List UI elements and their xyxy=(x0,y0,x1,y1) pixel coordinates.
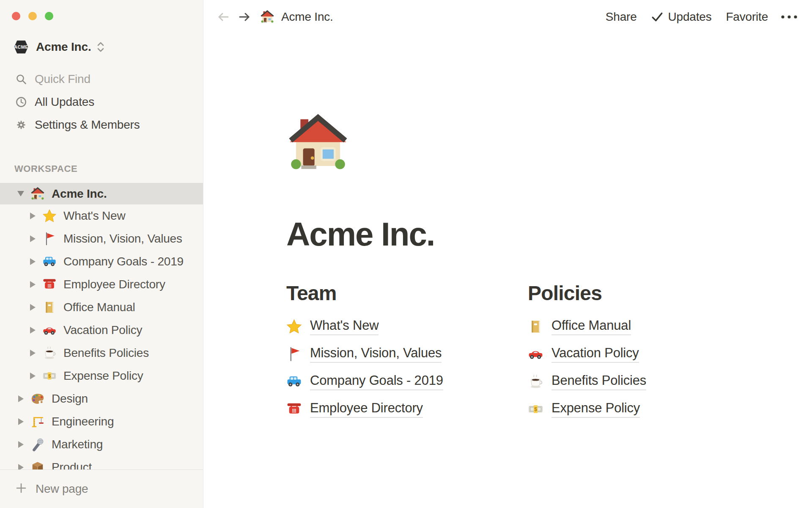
expand-toggle-icon[interactable] xyxy=(16,395,25,402)
page-label: Acme Inc. xyxy=(52,187,107,201)
favorite-button[interactable]: Favorite xyxy=(726,10,768,24)
sidebar-page-whats-new[interactable]: What's New xyxy=(0,204,203,227)
sidebar-item-label: All Updates xyxy=(35,95,94,109)
expand-toggle-icon[interactable] xyxy=(28,373,37,379)
breadcrumb[interactable]: Acme Inc. xyxy=(281,10,333,24)
expand-toggle-icon[interactable] xyxy=(28,235,37,242)
expand-toggle-icon[interactable] xyxy=(28,281,37,288)
sidebar-page-office-manual[interactable]: Office Manual xyxy=(0,296,203,319)
page-label: Employee Directory xyxy=(63,278,165,291)
sidebar-page-mission-vision-values[interactable]: Mission, Vision, Values xyxy=(0,227,203,250)
house-icon xyxy=(30,187,45,201)
coffee-icon xyxy=(528,374,543,389)
column-policies: Policies Office Manual Vacation Policy B… xyxy=(528,283,729,423)
forward-arrow-icon[interactable] xyxy=(238,11,251,23)
page-link-vacation-policy[interactable]: Vacation Policy xyxy=(528,340,729,368)
minimize-window-button[interactable] xyxy=(28,12,37,20)
page-label: What's New xyxy=(63,209,126,223)
column-heading: Policies xyxy=(528,283,729,304)
new-page-label: New page xyxy=(36,482,88,496)
more-options-button[interactable] xyxy=(781,15,798,19)
sidebar-page-marketing[interactable]: Marketing xyxy=(0,433,203,456)
collapse-toggle-icon[interactable] xyxy=(16,191,25,196)
page-link-whats-new[interactable]: What's New xyxy=(286,313,488,340)
expand-toggle-icon[interactable] xyxy=(28,304,37,311)
sidebar-page-acme-inc[interactable]: Acme Inc. xyxy=(0,183,203,204)
expand-toggle-icon[interactable] xyxy=(28,258,37,265)
close-window-button[interactable] xyxy=(12,12,20,20)
expand-toggle-icon[interactable] xyxy=(28,350,37,356)
ellipsis-icon xyxy=(781,15,798,19)
star-icon xyxy=(286,319,302,334)
sidebar-page-benefits-policies[interactable]: Benefits Policies xyxy=(0,342,203,364)
blue-car-icon xyxy=(42,254,57,269)
back-arrow-icon[interactable] xyxy=(217,11,230,23)
page-label: Marketing xyxy=(52,438,103,451)
blue-car-icon xyxy=(286,374,302,389)
page-icon[interactable] xyxy=(286,112,350,176)
workspace-switcher[interactable]: ACME Acme Inc. xyxy=(0,37,203,57)
sidebar-item-label: Quick Find xyxy=(35,72,91,86)
workspace-name: Acme Inc. xyxy=(36,40,91,54)
column-heading: Team xyxy=(286,283,488,304)
sidebar-item-quick-find[interactable]: Quick Find xyxy=(0,68,203,91)
breadcrumb-house-icon xyxy=(260,10,274,24)
ledger-icon xyxy=(528,319,543,334)
page-link-expense-policy[interactable]: Expense Policy xyxy=(528,395,729,423)
page-content: Acme Inc. Team What's New Mission, Visio… xyxy=(203,34,729,423)
zoom-window-button[interactable] xyxy=(45,12,53,20)
sidebar-footer: New page xyxy=(0,469,203,508)
money-icon xyxy=(528,401,543,417)
sidebar-item-all-updates[interactable]: All Updates xyxy=(0,91,203,113)
workspace-section-label: WORKSPACE xyxy=(0,163,203,176)
sidebar-page-engineering[interactable]: Engineering xyxy=(0,410,203,433)
sidebar-menu: Quick Find All Updates Settings & Member… xyxy=(0,68,203,136)
page-link-office-manual[interactable]: Office Manual xyxy=(528,313,729,340)
page-label: Company Goals - 2019 xyxy=(63,255,184,268)
page-link-label: Office Manual xyxy=(551,318,631,335)
expand-toggle-icon[interactable] xyxy=(28,213,37,219)
topbar: Acme Inc. Share Updates Favorite xyxy=(203,0,812,34)
page-link-company-goals[interactable]: Company Goals - 2019 xyxy=(286,368,488,395)
page-label: Engineering xyxy=(52,415,114,428)
updates-button[interactable]: Updates xyxy=(651,10,712,24)
telephone-icon xyxy=(42,277,57,292)
sidebar-page-design[interactable]: Design xyxy=(0,387,203,410)
chevron-updown-icon xyxy=(97,41,104,53)
crane-icon xyxy=(30,414,45,429)
sidebar-page-expense-policy[interactable]: Expense Policy xyxy=(0,364,203,387)
page-title[interactable]: Acme Inc. xyxy=(286,216,729,253)
columns: Team What's New Mission, Vision, Values … xyxy=(286,283,729,423)
page-label: Mission, Vision, Values xyxy=(63,232,182,246)
share-button[interactable]: Share xyxy=(606,10,637,24)
sidebar: ACME Acme Inc. Quick Find All Updates Se… xyxy=(0,0,203,508)
sidebar-page-company-goals[interactable]: Company Goals - 2019 xyxy=(0,250,203,273)
sidebar-page-vacation-policy[interactable]: Vacation Policy xyxy=(0,319,203,342)
red-car-icon xyxy=(528,346,543,362)
red-car-icon xyxy=(42,323,57,337)
page-label: Vacation Policy xyxy=(63,323,142,337)
workspace-page-tree: Acme Inc. What's New Mission, Vision, Va… xyxy=(0,183,203,479)
plus-icon xyxy=(15,482,27,496)
page-link-employee-directory[interactable]: Employee Directory xyxy=(286,395,488,423)
page-label: Design xyxy=(52,392,88,406)
expand-toggle-icon[interactable] xyxy=(16,441,25,448)
page-link-benefits-policies[interactable]: Benefits Policies xyxy=(528,368,729,395)
expand-toggle-icon[interactable] xyxy=(28,327,37,334)
page-link-label: Expense Policy xyxy=(551,400,640,418)
sidebar-item-settings-members[interactable]: Settings & Members xyxy=(0,113,203,136)
updates-button-label: Updates xyxy=(668,10,712,24)
page-label: Office Manual xyxy=(63,301,135,314)
expand-toggle-icon[interactable] xyxy=(16,418,25,425)
ledger-icon xyxy=(42,300,57,315)
palette-icon xyxy=(30,392,45,406)
sidebar-page-employee-directory[interactable]: Employee Directory xyxy=(0,273,203,296)
coffee-icon xyxy=(42,346,57,360)
telephone-icon xyxy=(286,401,302,417)
new-page-button[interactable]: New page xyxy=(0,470,203,508)
star-icon xyxy=(42,209,57,223)
page-link-mission-vision-values[interactable]: Mission, Vision, Values xyxy=(286,340,488,368)
sidebar-item-label: Settings & Members xyxy=(35,118,140,132)
workspace-logo: ACME xyxy=(13,40,30,54)
check-icon xyxy=(651,11,663,23)
